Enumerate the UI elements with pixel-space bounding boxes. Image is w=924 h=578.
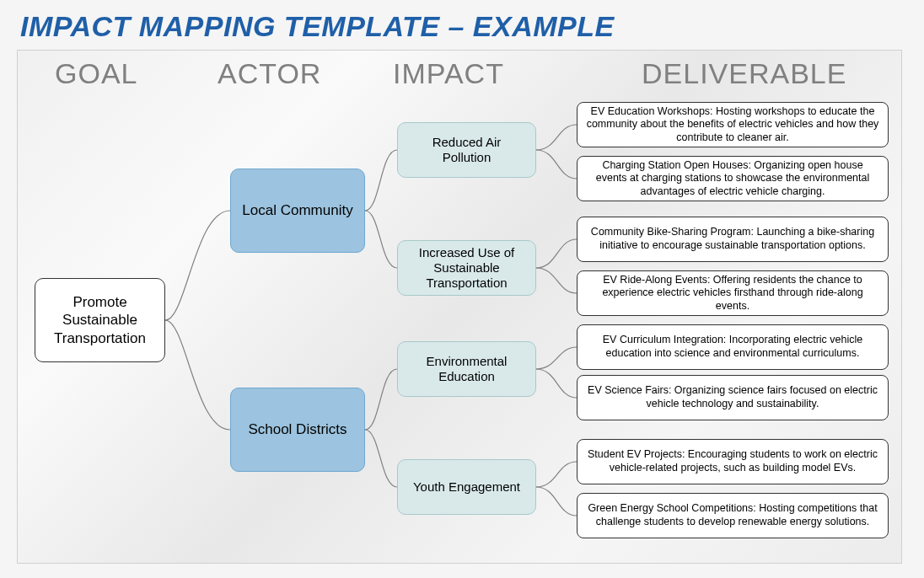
impact-reduced-air-pollution: Reduced Air Pollution bbox=[397, 122, 536, 178]
header-actor: ACTOR bbox=[218, 57, 321, 90]
goal-node: Promote Sustainable Transportation bbox=[35, 278, 165, 362]
diagram-canvas: GOAL ACTOR IMPACT DELIVERABLE bbox=[17, 50, 902, 564]
actor-school-districts: School Districts bbox=[230, 388, 365, 472]
page-title: IMPACT MAPPING TEMPLATE – EXAMPLE bbox=[17, 10, 907, 43]
impact-sustainable-transportation: Increased Use of Sustainable Transportat… bbox=[397, 240, 536, 296]
deliverable-ev-ride-along: EV Ride-Along Events: Offering residents… bbox=[577, 270, 889, 316]
deliverable-student-ev-projects: Student EV Projects: Encouraging student… bbox=[577, 439, 889, 484]
deliverable-bike-sharing: Community Bike-Sharing Program: Launchin… bbox=[577, 217, 889, 262]
page-container: IMPACT MAPPING TEMPLATE – EXAMPLE GOAL A… bbox=[0, 0, 924, 578]
deliverable-charging-open-houses: Charging Station Open Houses: Organizing… bbox=[577, 156, 889, 201]
deliverable-green-energy-competitions: Green Energy School Competitions: Hostin… bbox=[577, 493, 889, 538]
deliverable-ev-curriculum: EV Curriculum Integration: Incorporating… bbox=[577, 324, 889, 370]
header-goal: GOAL bbox=[55, 57, 137, 90]
impact-environmental-education: Environmental Education bbox=[397, 341, 536, 397]
impact-youth-engagement: Youth Engagement bbox=[397, 459, 536, 515]
column-headers: GOAL ACTOR IMPACT DELIVERABLE bbox=[18, 57, 901, 99]
deliverable-ev-science-fairs: EV Science Fairs: Organizing science fai… bbox=[577, 375, 889, 420]
header-impact: IMPACT bbox=[393, 57, 504, 90]
deliverable-ev-workshops: EV Education Workshops: Hosting workshop… bbox=[577, 102, 889, 147]
actor-local-community: Local Community bbox=[230, 169, 365, 253]
header-deliverable: DELIVERABLE bbox=[642, 57, 846, 90]
